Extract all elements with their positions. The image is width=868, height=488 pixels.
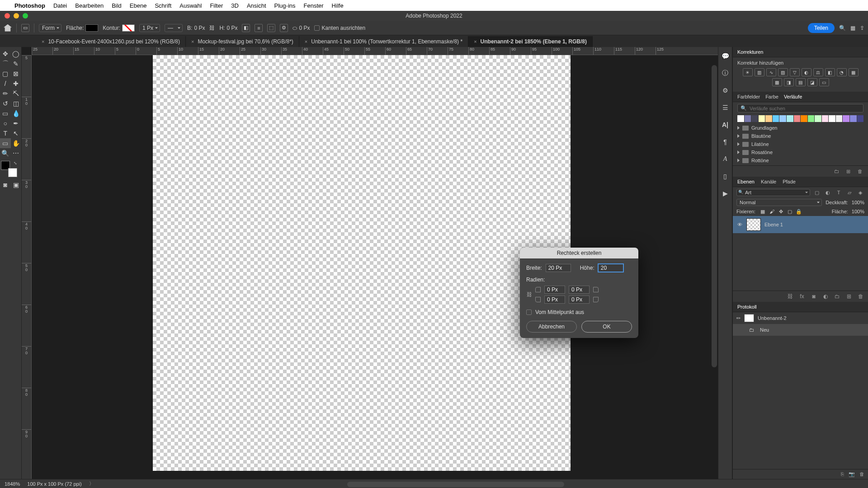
pfade-tab[interactable]: Pfade: [783, 179, 796, 184]
gradient-swatch[interactable]: [751, 115, 758, 122]
stroke-style-dropdown[interactable]: —: [165, 24, 183, 32]
visibility-icon[interactable]: 👁: [736, 222, 743, 227]
history-step[interactable]: 🗀 Neu: [733, 324, 868, 336]
lock-pixels-icon[interactable]: 🖌: [768, 208, 775, 215]
delete-state-icon[interactable]: 🗑: [859, 471, 864, 477]
radius-br-input[interactable]: 0 Px: [569, 296, 590, 304]
layer-thumbnail[interactable]: [746, 218, 761, 231]
foreground-background-colors[interactable]: ⤡: [1, 161, 19, 177]
actions-panel-icon[interactable]: ▶: [721, 189, 730, 198]
quickmask-icon[interactable]: ◙: [0, 180, 11, 190]
doc-tab-2[interactable]: ×Unbenannt-1 bei 100% (Tonwertkorrektur …: [299, 36, 468, 47]
invert-icon[interactable]: ◨: [784, 78, 794, 86]
adjust-panel-icon[interactable]: ☰: [721, 103, 730, 112]
bw-icon[interactable]: ◧: [825, 68, 835, 76]
info-panel-icon[interactable]: ⓘ: [721, 69, 730, 78]
width-value[interactable]: 0 Px: [194, 25, 205, 31]
gradient-swatch[interactable]: [759, 115, 765, 122]
doc-tab-0[interactable]: ×10-Facebook-Event-2400x1260.psd bei 120…: [36, 36, 186, 47]
levels-icon[interactable]: ▥: [755, 68, 764, 76]
export-icon[interactable]: ⇪: [860, 25, 864, 31]
stroke-width-dropdown[interactable]: 1 Px: [139, 24, 160, 32]
stamp-tool-icon[interactable]: ⛏: [11, 89, 22, 99]
menu-schrift[interactable]: Schrift: [155, 2, 171, 9]
fill-swatch[interactable]: [85, 24, 98, 32]
farbe-tab[interactable]: Farbe: [765, 94, 778, 99]
filter-adjust-icon[interactable]: ◐: [824, 189, 832, 196]
lasso-tool-icon[interactable]: ⌒: [0, 59, 11, 69]
tool-preset-icon[interactable]: ▭: [21, 24, 29, 32]
layer-row[interactable]: 👁 Ebene 1: [733, 216, 868, 233]
menu-auswahl[interactable]: Auswahl: [179, 2, 202, 9]
path-align-icon[interactable]: ≡: [255, 24, 263, 32]
rectangle-tool-icon[interactable]: ▭: [0, 138, 11, 148]
gradient-search[interactable]: 🔍: [737, 104, 863, 113]
photofilter-icon[interactable]: ◔: [837, 68, 847, 76]
threshold-icon[interactable]: ◪: [807, 78, 817, 86]
filter-shape-icon[interactable]: ▱: [845, 189, 854, 196]
gradient-swatch[interactable]: [773, 115, 779, 122]
document-info[interactable]: 100 Px x 100 Px (72 ppi): [27, 481, 81, 487]
status-flyout-icon[interactable]: 〉: [89, 480, 94, 487]
horizontal-ruler[interactable]: 2520151050510152025303540455055606570758…: [32, 47, 718, 55]
layer-filter-kind[interactable]: Art: [736, 189, 810, 196]
radius-tl-input[interactable]: 0 Px: [544, 286, 565, 294]
new-folder-icon[interactable]: 🗀: [833, 168, 840, 175]
comments-panel-icon[interactable]: 💬: [721, 52, 730, 61]
menu-bild[interactable]: Bild: [112, 2, 122, 9]
blur-tool-icon[interactable]: 💧: [11, 108, 22, 118]
edit-toolbar-icon[interactable]: ⋯: [11, 148, 22, 158]
radius-bl-input[interactable]: 0 Px: [544, 296, 565, 304]
gradient-swatch[interactable]: [787, 115, 793, 122]
document-canvas[interactable]: [153, 55, 571, 471]
gradient-swatch[interactable]: [801, 115, 807, 122]
background-color[interactable]: [8, 168, 17, 177]
history-snapshot[interactable]: ✏ Unbenannt-2: [733, 312, 868, 324]
vertical-scrollbar[interactable]: [712, 65, 717, 367]
paragraph-panel-icon[interactable]: ¶: [721, 137, 730, 146]
close-tab-icon[interactable]: ×: [42, 39, 44, 44]
screenmode-icon[interactable]: ▣: [11, 180, 22, 190]
pen-tool-icon[interactable]: ✒: [11, 118, 22, 128]
history-brush-source-icon[interactable]: ✏: [736, 315, 741, 321]
properties-panel-icon[interactable]: ⚙: [721, 86, 730, 95]
gradient-swatch[interactable]: [836, 115, 843, 122]
menu-datei[interactable]: Datei: [53, 2, 67, 9]
gradient-tool-icon[interactable]: ▭: [0, 108, 11, 118]
horizontal-scrollbar[interactable]: [347, 482, 564, 487]
kanale-tab[interactable]: Kanäle: [761, 179, 776, 184]
menu-ansicht[interactable]: Ansicht: [247, 2, 266, 9]
farbfelder-tab[interactable]: Farbfelder: [737, 94, 760, 99]
curves-icon[interactable]: ∿: [766, 68, 776, 76]
character-panel-icon[interactable]: A|: [721, 120, 730, 129]
artboard-tool-icon[interactable]: ◯: [11, 49, 22, 59]
doc-tab-3[interactable]: ×Unbenannt-2 bei 1850% (Ebene 1, RGB/8): [468, 36, 593, 47]
colorbalance-icon[interactable]: ⚖: [813, 68, 823, 76]
libraries-panel-icon[interactable]: ▯: [721, 172, 730, 181]
brush-tool-icon[interactable]: ✏: [0, 89, 11, 99]
link-layers-icon[interactable]: ⛓: [787, 293, 794, 300]
gradient-swatch[interactable]: [829, 115, 835, 122]
link-radii-icon[interactable]: ⛓: [526, 290, 533, 299]
eyedropper-tool-icon[interactable]: /: [0, 79, 11, 89]
filter-smart-icon[interactable]: ◈: [856, 189, 864, 196]
lock-all-icon[interactable]: 🔒: [795, 208, 802, 215]
menu-3d[interactable]: 3D: [231, 2, 239, 9]
new-layer-icon[interactable]: ⊞: [845, 293, 853, 300]
hue-icon[interactable]: ◐: [802, 68, 811, 76]
menu-filter[interactable]: Filter: [210, 2, 223, 9]
adjustment-layer-icon[interactable]: ◐: [822, 293, 829, 300]
gradient-folder[interactable]: Lilatöne: [736, 140, 865, 148]
radius-value[interactable]: 0 Px: [299, 25, 310, 31]
close-tab-icon[interactable]: ×: [191, 39, 194, 44]
path-ops-icon[interactable]: ◧: [242, 24, 250, 32]
hand-tool-icon[interactable]: ✋: [11, 138, 22, 148]
vertical-ruler[interactable]: 5 10 20 30 40 50 60 70 80 90: [22, 55, 32, 479]
brightness-icon[interactable]: ☀: [743, 68, 753, 76]
menu-plugins[interactable]: Plug-ins: [274, 2, 296, 9]
group-icon[interactable]: 🗀: [834, 293, 841, 300]
search-icon[interactable]: 🔍: [839, 25, 846, 31]
gradient-swatch[interactable]: [794, 115, 801, 122]
gradient-folder[interactable]: Rosatöne: [736, 148, 865, 156]
gradient-folder[interactable]: Grundlagen: [736, 124, 865, 132]
